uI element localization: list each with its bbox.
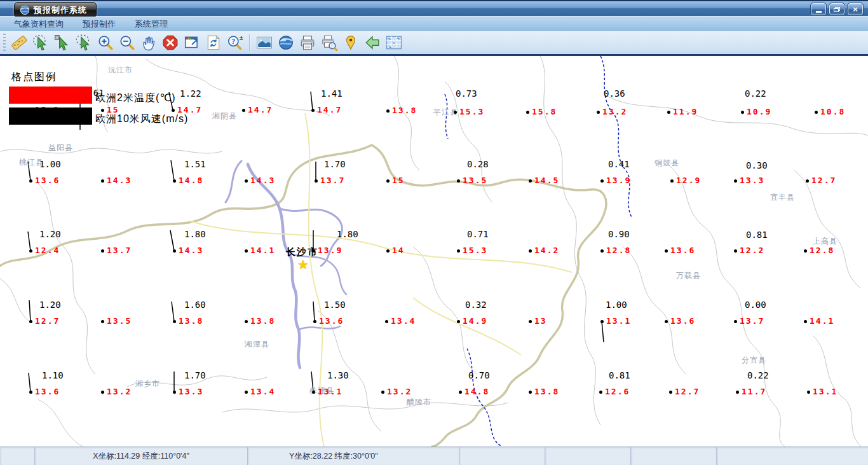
- grid-point-dot: [29, 249, 32, 253]
- grid-point-dot: [457, 320, 460, 323]
- wind-speed-value: 0.70: [468, 370, 490, 380]
- temperature-value: 12.4: [35, 246, 60, 255]
- legend-item-label: 欧洲10米风速(m/s): [95, 113, 188, 126]
- wind-speed-value: 1.20: [39, 229, 61, 239]
- print-button[interactable]: [297, 32, 318, 53]
- wind-speed-value: 0.71: [467, 229, 489, 239]
- temperature-value: 14.1: [250, 246, 275, 255]
- grid-point-dot: [313, 320, 316, 323]
- legend-title: 格点图例: [11, 71, 57, 84]
- grid-point-dot: [29, 391, 32, 394]
- wind-speed-value: 0.28: [467, 159, 489, 169]
- temperature-value: 12.2: [740, 246, 764, 255]
- select-ellipse-button[interactable]: [31, 32, 51, 53]
- grid-point-dot: [245, 391, 248, 394]
- grid-point-dot: [815, 111, 818, 114]
- map-place-label: 万载县: [676, 270, 701, 281]
- wind-speed-value: 0.90: [608, 229, 630, 239]
- grid-point-dot: [667, 111, 670, 114]
- temperature-value: 13.8: [250, 316, 275, 326]
- grid-point-dot: [457, 249, 460, 253]
- grid-point-dot: [669, 391, 672, 394]
- temperature-value: 13.6: [319, 316, 344, 326]
- back-arrow-button[interactable]: [362, 32, 383, 53]
- capital-star-icon: ★: [297, 258, 309, 271]
- grid-point-dot: [101, 391, 104, 394]
- grid-point-dot: [600, 179, 604, 183]
- identify-zoom-button[interactable]: ?±: [225, 32, 245, 53]
- temperature-value: 13.4: [391, 316, 416, 326]
- minimize-button[interactable]: [811, 3, 826, 15]
- menu-item-1[interactable]: 预报制作: [78, 17, 121, 31]
- select-ellipse-icon: [32, 34, 49, 51]
- grid-tiles-button[interactable]: [384, 32, 404, 53]
- select-polygon-icon: [76, 34, 92, 51]
- print-preview-icon: [321, 34, 337, 51]
- wind-speed-value: 0.22: [747, 370, 769, 380]
- grid-point-dot: [381, 391, 384, 394]
- pan-button[interactable]: [139, 32, 159, 53]
- temperature-value: 13.7: [740, 316, 764, 326]
- grid-point-dot: [734, 179, 737, 183]
- legend-swatch-0: [9, 87, 92, 104]
- globe-button[interactable]: [276, 32, 296, 53]
- grid-point-dot: [386, 179, 390, 183]
- temperature-value: 12.6: [605, 387, 630, 396]
- wind-speed-value: 1.80: [184, 229, 206, 239]
- menu-item-0[interactable]: 气象资料查询: [9, 17, 69, 31]
- image-button[interactable]: [254, 32, 275, 53]
- toolbar-separator: [249, 34, 250, 51]
- temperature-value: 12.8: [606, 246, 631, 255]
- placemark-icon: [342, 34, 359, 51]
- grid-point-dot: [315, 179, 318, 183]
- select-rect-icon: [54, 34, 71, 51]
- wind-speed-value: 0.81: [746, 230, 768, 240]
- select-rect-button[interactable]: [52, 32, 72, 53]
- zoom-out-button[interactable]: [117, 32, 137, 53]
- temperature-value: 12.7: [35, 316, 60, 326]
- grid-point-dot: [665, 320, 668, 323]
- restore-button[interactable]: [829, 3, 844, 15]
- title-bar: 预报制作系统 ×: [0, 0, 868, 17]
- page-refresh-button[interactable]: [203, 32, 224, 53]
- placemark-button[interactable]: [341, 32, 361, 53]
- temperature-value: 13.9: [606, 176, 631, 185]
- grid-point-dot: [311, 109, 315, 112]
- map-canvas[interactable]: 格点图例 长沙市 ★ 15.21514.714.714.713.815.315.…: [0, 56, 868, 447]
- temperature-value: 15: [392, 176, 405, 185]
- temperature-value: 13.2: [387, 387, 412, 396]
- grid-point-dot: [101, 109, 104, 112]
- toolbar-grip[interactable]: [3, 34, 6, 52]
- zoom-in-button[interactable]: [95, 32, 116, 53]
- print-preview-button[interactable]: [319, 32, 339, 53]
- wind-speed-value: 1.51: [184, 159, 206, 169]
- image-icon: [256, 34, 273, 51]
- temperature-value: 11.7: [742, 387, 766, 396]
- select-polygon-button[interactable]: [74, 32, 94, 53]
- temperature-value: 13.8: [534, 387, 559, 396]
- stop-button[interactable]: [160, 32, 180, 53]
- temperature-value: 10.8: [820, 107, 845, 116]
- menu-item-2[interactable]: 系统管理: [130, 17, 173, 31]
- temperature-value: 14.7: [248, 105, 273, 115]
- grid-point-dot: [529, 249, 532, 253]
- grid-point-dot: [665, 249, 668, 253]
- grid-point-dot: [312, 391, 315, 394]
- window-extent-button[interactable]: [182, 32, 202, 53]
- grid-point-dot: [29, 320, 32, 323]
- temperature-value: 13.4: [250, 387, 275, 396]
- close-button[interactable]: ×: [848, 3, 863, 15]
- print-icon: [299, 34, 316, 51]
- legend-item-label: 欧洲2米温度(℃): [95, 92, 176, 105]
- temperature-value: 14.5: [534, 176, 559, 185]
- temperature-value: 14.3: [179, 246, 203, 255]
- grid-point-dot: [599, 391, 602, 394]
- app-title-tab: 预报制作系统: [14, 2, 97, 18]
- measure-button[interactable]: [9, 32, 29, 53]
- grid-point-dot: [173, 249, 176, 253]
- status-segment: [0, 447, 35, 465]
- map-place-label: 湘潭县: [245, 339, 269, 350]
- temperature-value: 14.1: [810, 316, 834, 326]
- grid-point-dot: [173, 391, 176, 394]
- grid-point-dot: [386, 109, 390, 113]
